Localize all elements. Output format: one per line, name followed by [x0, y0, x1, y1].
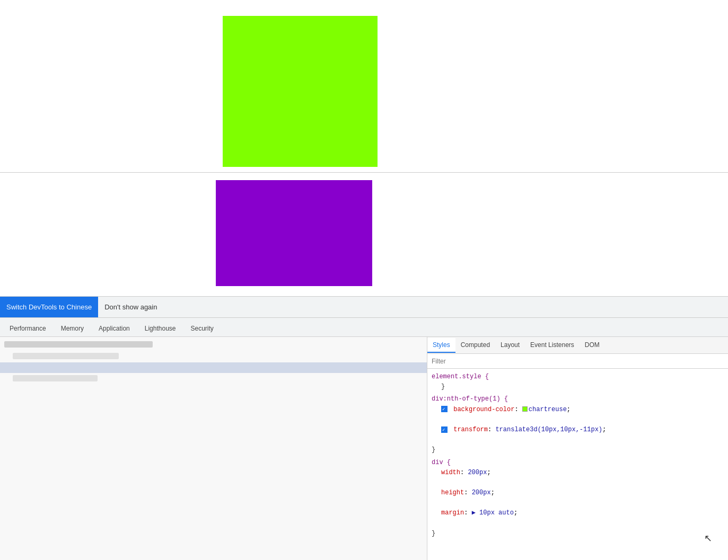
filter-bar	[427, 354, 728, 369]
filter-input[interactable]	[432, 358, 538, 365]
devtools-main: Styles Computed Layout Event Listeners D…	[0, 337, 728, 560]
dom-row-4[interactable]	[0, 373, 427, 384]
divider-line	[0, 172, 728, 173]
css-brace-close-2: }	[432, 446, 435, 454]
tab-lighthouse[interactable]: Lighthouse	[137, 322, 183, 336]
right-panel: Styles Computed Layout Event Listeners D…	[427, 337, 728, 560]
right-tab-styles[interactable]: Styles	[427, 338, 455, 353]
css-code-panel: element.style { } div:nth-of-type(1) { b…	[427, 369, 728, 560]
green-box	[223, 16, 378, 167]
right-tab-computed[interactable]: Computed	[455, 338, 495, 353]
right-tab-layout[interactable]: Layout	[495, 338, 525, 353]
dom-row-2[interactable]	[0, 351, 427, 361]
devtools-notification-bar: Switch DevTools to Chinese Don't show ag…	[0, 297, 728, 318]
css-brace-close-3: }	[432, 530, 435, 537]
css-property-background: background-color: chartreuse;	[432, 405, 724, 415]
left-panel	[0, 337, 427, 560]
dont-show-again-button[interactable]: Don't show again	[98, 300, 163, 314]
css-block-div: div { width: 200px; height: 200px; margi…	[432, 458, 724, 539]
css-property-height: height: 200px;	[432, 488, 724, 498]
css-property-width: width: 200px;	[432, 468, 724, 478]
css-selector-div: div {	[432, 459, 451, 466]
css-property-margin: margin: ▶ 10px auto;	[432, 508, 724, 518]
css-selector-nth-type: div:nth-of-type(1) {	[432, 395, 508, 403]
color-swatch-chartreuse[interactable]	[522, 406, 528, 412]
dom-row-1[interactable]	[0, 339, 427, 350]
css-block-element-style: element.style { }	[432, 372, 724, 392]
tab-performance[interactable]: Performance	[2, 322, 54, 336]
css-brace-close-1: }	[432, 383, 445, 390]
right-tab-dom[interactable]: DOM	[580, 338, 605, 353]
checkbox-background-color[interactable]	[441, 406, 448, 412]
tab-security[interactable]: Security	[183, 322, 221, 336]
switch-devtools-button[interactable]: Switch DevTools to Chinese	[0, 297, 98, 317]
tab-application[interactable]: Application	[91, 322, 137, 336]
browser-viewport	[0, 0, 728, 297]
right-panel-tabs: Styles Computed Layout Event Listeners D…	[427, 337, 728, 354]
checkbox-transform[interactable]	[441, 426, 448, 433]
css-selector-element-style: element.style {	[432, 373, 489, 380]
devtools-tabs-bar: Performance Memory Application Lighthous…	[0, 318, 728, 337]
css-property-transform: transform: translate3d(10px,10px,-11px);	[432, 425, 724, 435]
tab-memory[interactable]: Memory	[54, 322, 91, 336]
css-block-nth-type: div:nth-of-type(1) { background-color: c…	[432, 394, 724, 455]
right-tab-event-listeners[interactable]: Event Listeners	[525, 338, 580, 353]
dom-row-highlighted[interactable]	[0, 362, 427, 373]
purple-box	[216, 180, 372, 286]
